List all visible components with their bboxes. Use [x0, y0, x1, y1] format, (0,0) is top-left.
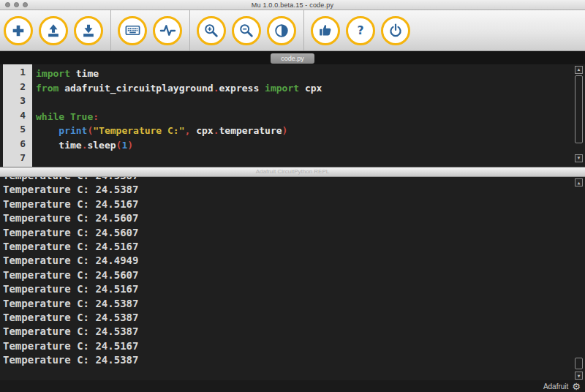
scroll-down-arrow[interactable]: ▼ — [575, 154, 583, 162]
console-line: Temperature C: 24.5167 — [3, 339, 585, 353]
serial-pane-title[interactable]: Adafruit CircuitPython REPL — [0, 167, 585, 177]
contrast-icon — [273, 23, 290, 39]
toolbar-separator — [303, 10, 304, 50]
power-icon — [388, 23, 404, 39]
serial-output: Temperature C: 24.5387Temperature C: 24.… — [3, 177, 585, 367]
line-number: 4 — [3, 110, 32, 124]
console-line: Temperature C: 24.4949 — [3, 254, 585, 268]
quit-button[interactable] — [381, 16, 410, 45]
titlebar: Mu 1.0.0.beta.15 - code.py — [0, 0, 585, 10]
line-number: 3 — [3, 95, 32, 110]
console-line: Temperature C: 24.5607 — [3, 268, 585, 282]
scroll-up-arrow[interactable]: ▲ — [575, 178, 583, 186]
console-line: Temperature C: 24.5167 — [3, 240, 585, 254]
zoom-out-button[interactable] — [232, 16, 261, 45]
console-line: Temperature C: 24.5387 — [3, 177, 585, 183]
upload-icon — [45, 23, 61, 39]
window-title: Mu 1.0.0.beta.15 - code.py — [252, 1, 333, 9]
magnifier-minus-icon — [238, 23, 254, 39]
traffic-lights — [5, 2, 28, 7]
plus-icon — [10, 23, 26, 39]
gear-icon[interactable]: ⚙ — [572, 382, 581, 391]
toolbar-separator — [189, 10, 190, 50]
mu-window: Mu 1.0.0.beta.15 - code.py — [0, 0, 585, 392]
console-line: Temperature C: 24.5387 — [3, 183, 585, 197]
tab-code-py[interactable]: code.py — [271, 53, 314, 64]
line-number: 6 — [3, 138, 32, 153]
load-button[interactable] — [39, 16, 68, 45]
code-line: time.sleep(1) — [36, 138, 585, 153]
new-button[interactable] — [4, 16, 33, 45]
scrollbar-thumb[interactable] — [575, 358, 583, 369]
console-line: Temperature C: 24.5387 — [3, 353, 585, 367]
code-line — [36, 95, 585, 110]
scroll-up-arrow[interactable]: ▲ — [575, 66, 583, 74]
tab-bar: code.py — [0, 51, 585, 64]
mode-label[interactable]: Adafruit — [543, 382, 568, 391]
serial-button[interactable] — [153, 16, 182, 45]
close-button[interactable] — [5, 2, 10, 7]
help-button[interactable]: ? — [346, 16, 375, 45]
keyboard-icon — [124, 22, 141, 39]
code-line: while True: — [36, 110, 585, 124]
serial-console[interactable]: Temperature C: 24.5387Temperature C: 24.… — [0, 177, 585, 380]
scroll-down-arrow[interactable]: ▼ — [575, 372, 583, 380]
code-line: from adafruit_circuitplayground.express … — [36, 81, 585, 96]
line-number: 2 — [3, 81, 32, 96]
console-line: Temperature C: 24.5387 — [3, 325, 585, 339]
console-line: Temperature C: 24.5387 — [3, 297, 585, 311]
thumbs-up-icon — [317, 23, 333, 39]
scrollbar-thumb[interactable] — [575, 75, 583, 143]
status-bar: Adafruit ⚙ — [0, 380, 585, 392]
theme-button[interactable] — [267, 16, 296, 45]
code-line: import time — [36, 67, 585, 81]
toolbar-separator — [110, 10, 111, 50]
pulse-icon — [159, 22, 176, 39]
console-line: Temperature C: 24.5607 — [3, 211, 585, 225]
svg-text:?: ? — [357, 24, 363, 37]
save-button[interactable] — [74, 16, 103, 45]
code-line — [36, 152, 585, 167]
code-editor[interactable]: 1234567 import timefrom adafruit_circuit… — [0, 64, 585, 167]
line-number-gutter: 1234567 — [3, 64, 32, 167]
toolbar: ? — [0, 10, 585, 51]
minimize-button[interactable] — [14, 2, 19, 7]
code-line: print("Temperature C:", cpx.temperature) — [36, 124, 585, 138]
repl-button[interactable] — [118, 16, 147, 45]
console-line: Temperature C: 24.5167 — [3, 197, 585, 211]
download-icon — [80, 23, 97, 39]
console-line: Temperature C: 24.5607 — [3, 226, 585, 240]
zoom-in-button[interactable] — [197, 16, 226, 45]
magnifier-plus-icon — [203, 23, 219, 39]
line-number: 1 — [3, 67, 32, 81]
code-area[interactable]: import timefrom adafruit_circuitplaygrou… — [32, 64, 585, 167]
line-number: 5 — [3, 124, 32, 138]
check-button[interactable] — [311, 16, 340, 45]
line-number: 7 — [3, 152, 32, 167]
maximize-button[interactable] — [23, 2, 28, 7]
console-line: Temperature C: 24.5167 — [3, 282, 585, 296]
question-icon: ? — [352, 23, 369, 39]
console-line: Temperature C: 24.5387 — [3, 311, 585, 325]
